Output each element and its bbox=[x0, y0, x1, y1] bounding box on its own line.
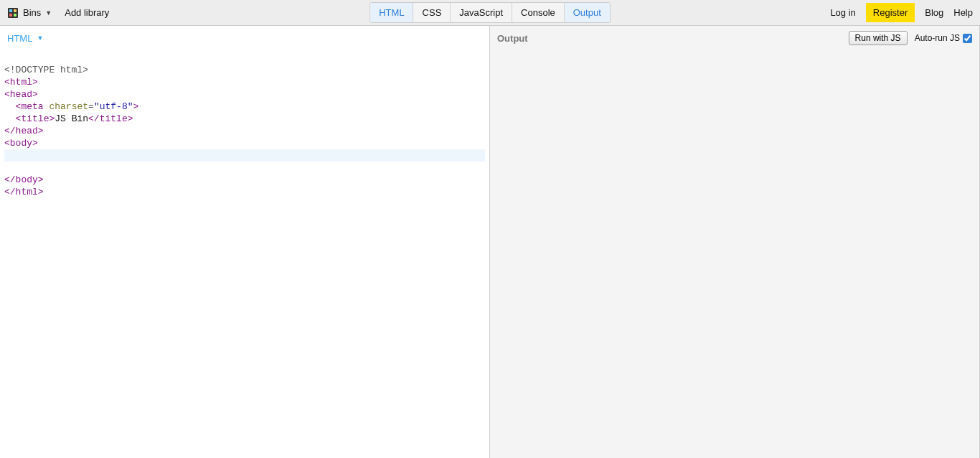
code-tag: title bbox=[100, 113, 128, 124]
topbar: Bins ▼ Add library HTML CSS JavaScript C… bbox=[0, 0, 980, 26]
tab-html[interactable]: HTML bbox=[370, 3, 413, 22]
bins-menu-button[interactable]: Bins ▼ bbox=[7, 7, 52, 19]
svg-rect-2 bbox=[14, 9, 17, 12]
panel-tabs: HTML CSS JavaScript Console Output bbox=[369, 2, 611, 23]
code-tag: body bbox=[16, 174, 38, 185]
main-split: HTML ▼ <!DOCTYPE html> <html> <head> <me… bbox=[0, 26, 980, 458]
svg-rect-1 bbox=[9, 9, 12, 12]
code-tag: body bbox=[10, 138, 32, 149]
topbar-right: Log in Register Blog Help bbox=[830, 3, 973, 22]
jsbin-logo-icon bbox=[7, 7, 19, 19]
autorun-checkbox[interactable] bbox=[963, 34, 972, 43]
svg-rect-4 bbox=[14, 14, 17, 17]
code-editor[interactable]: <!DOCTYPE html> <html> <head> <meta char… bbox=[0, 50, 489, 458]
html-panel-title-label: HTML bbox=[7, 33, 32, 44]
output-panel: Output Run with JS Auto-run JS bbox=[490, 26, 980, 458]
tab-javascript[interactable]: JavaScript bbox=[451, 3, 512, 22]
output-panel-actions: Run with JS Auto-run JS bbox=[849, 31, 972, 45]
output-iframe-area bbox=[490, 50, 979, 458]
code-doctype: <!DOCTYPE html> bbox=[4, 65, 88, 75]
output-panel-title: Output bbox=[497, 33, 528, 44]
autorun-toggle[interactable]: Auto-run JS bbox=[915, 33, 972, 43]
blog-link[interactable]: Blog bbox=[925, 7, 943, 18]
code-tag: meta bbox=[21, 101, 43, 112]
code-attr: charset bbox=[49, 101, 88, 112]
register-button[interactable]: Register bbox=[866, 3, 915, 22]
topbar-left: Bins ▼ Add library bbox=[7, 7, 109, 19]
add-library-button[interactable]: Add library bbox=[65, 7, 109, 18]
code-tag: head bbox=[16, 126, 38, 136]
add-library-label: Add library bbox=[65, 7, 109, 18]
autorun-label: Auto-run JS bbox=[915, 33, 960, 43]
tab-output[interactable]: Output bbox=[565, 3, 610, 22]
output-panel-header: Output Run with JS Auto-run JS bbox=[490, 26, 979, 50]
code-tag: html bbox=[16, 187, 38, 197]
code-tag: head bbox=[10, 89, 32, 100]
svg-rect-3 bbox=[9, 14, 12, 17]
bins-label: Bins bbox=[23, 7, 41, 18]
tab-css[interactable]: CSS bbox=[414, 3, 451, 22]
caret-down-icon: ▼ bbox=[45, 9, 52, 17]
html-panel-header: HTML ▼ bbox=[0, 26, 489, 50]
code-text: JS Bin bbox=[55, 113, 88, 124]
tab-console[interactable]: Console bbox=[512, 3, 565, 22]
code-tag: html bbox=[10, 77, 32, 88]
code-tag: title bbox=[21, 113, 49, 124]
code-attr-val: "utf-8" bbox=[94, 101, 133, 112]
html-panel: HTML ▼ <!DOCTYPE html> <html> <head> <me… bbox=[0, 26, 490, 458]
help-link[interactable]: Help bbox=[953, 7, 973, 18]
html-panel-title-button[interactable]: HTML ▼ bbox=[7, 33, 43, 44]
caret-down-icon: ▼ bbox=[37, 34, 43, 42]
login-link[interactable]: Log in bbox=[830, 7, 855, 18]
code-cursor-line bbox=[4, 149, 485, 162]
run-with-js-button[interactable]: Run with JS bbox=[849, 31, 908, 45]
